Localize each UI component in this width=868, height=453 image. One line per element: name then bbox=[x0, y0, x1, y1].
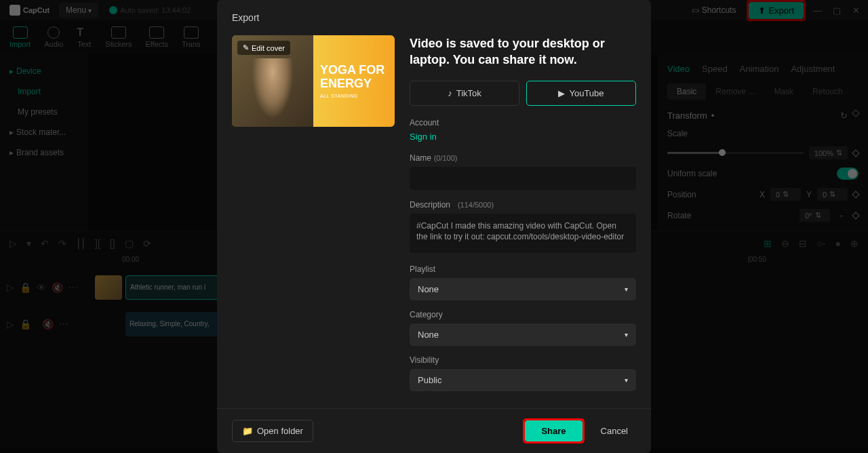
desc-label: Description bbox=[410, 200, 450, 210]
cover-subtitle: ALL STANDING bbox=[320, 94, 388, 98]
cancel-button[interactable]: Cancel bbox=[593, 420, 636, 441]
share-highlight: Share bbox=[523, 418, 584, 444]
modal-footer: 📁 Open folder Share Cancel bbox=[217, 408, 651, 453]
name-input[interactable] bbox=[410, 167, 636, 190]
desc-count: (114/5000) bbox=[458, 201, 494, 209]
visibility-label: Visibility bbox=[410, 355, 636, 365]
saved-message: Video is saved to your desktop or laptop… bbox=[410, 35, 636, 68]
open-folder-button[interactable]: 📁 Open folder bbox=[232, 420, 313, 442]
playlist-select[interactable]: None▾ bbox=[410, 278, 636, 300]
category-label: Category bbox=[410, 310, 636, 319]
export-modal: Export YOGA FOR ENERGYALL STANDING ✎ Edi… bbox=[217, 0, 651, 453]
tiktok-icon: ♪ bbox=[448, 88, 452, 98]
playlist-label: Playlist bbox=[410, 264, 636, 274]
sign-in-link[interactable]: Sign in bbox=[410, 132, 437, 142]
name-count: (0/100) bbox=[434, 154, 458, 162]
desc-input[interactable] bbox=[410, 214, 636, 253]
visibility-select[interactable]: Public▾ bbox=[410, 369, 636, 391]
account-label: Account bbox=[410, 118, 636, 127]
modal-title: Export bbox=[217, 0, 651, 35]
category-select[interactable]: None▾ bbox=[410, 323, 636, 346]
cover-preview[interactable]: YOGA FOR ENERGYALL STANDING ✎ Edit cover bbox=[232, 35, 395, 127]
share-button[interactable]: Share bbox=[525, 420, 582, 441]
cover-title: YOGA FOR ENERGY bbox=[320, 64, 388, 91]
share-tab-tiktok[interactable]: ♪TikTok bbox=[410, 81, 519, 106]
name-label: Name bbox=[410, 153, 431, 163]
edit-cover-button[interactable]: ✎ Edit cover bbox=[237, 41, 290, 55]
youtube-icon: ▶ bbox=[558, 88, 565, 98]
share-tab-youtube[interactable]: ▶YouTube bbox=[526, 81, 636, 106]
